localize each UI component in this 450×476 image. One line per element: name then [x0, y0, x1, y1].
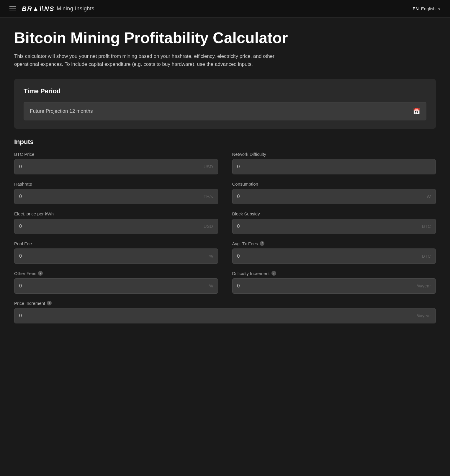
main-content: Bitcoin Mining Profitability Calculator …	[0, 18, 450, 351]
hamburger-menu-button[interactable]	[9, 6, 16, 11]
label-elect-price: Elect. price per kWh	[14, 211, 218, 216]
input-network-difficulty[interactable]	[237, 164, 431, 169]
input-wrapper-network-difficulty	[232, 159, 436, 174]
input-wrapper-btc-price: USD	[14, 159, 218, 174]
brand-logo-group: BR▲\\NS Mining Insights	[22, 5, 94, 13]
language-selector[interactable]: EN English ∨	[413, 6, 441, 11]
input-group-difficulty-increment: Difficulty Incrementi%/year	[232, 271, 436, 294]
label-btc-price: BTC Price	[14, 152, 218, 157]
unit-difficulty-increment: %/year	[417, 283, 431, 288]
unit-pool-fee: %	[209, 253, 213, 259]
page-title: Bitcoin Mining Profitability Calculator	[14, 30, 436, 46]
calendar-icon: 📅	[413, 108, 420, 115]
label-other-fees: Other Feesi	[14, 271, 218, 276]
input-group-price-increment: Price Incrementi%/year	[14, 301, 436, 323]
input-wrapper-other-fees: %	[14, 278, 218, 294]
navbar-left: BR▲\\NS Mining Insights	[9, 5, 94, 13]
language-text: English	[421, 6, 436, 11]
input-avg-tx-fees[interactable]	[237, 253, 420, 259]
input-wrapper-difficulty-increment: %/year	[232, 278, 436, 294]
input-btc-price[interactable]	[19, 164, 201, 169]
info-icon-other-fees[interactable]: i	[38, 271, 43, 276]
input-group-consumption: ConsumptionW	[232, 181, 436, 204]
input-block-subsidy[interactable]	[237, 224, 420, 229]
label-avg-tx-fees: Avg. Tx Feesi	[232, 241, 436, 246]
input-group-avg-tx-fees: Avg. Tx FeesiBTC	[232, 241, 436, 264]
unit-btc-price: USD	[204, 164, 213, 169]
time-period-section: Time Period Future Projection 12 months …	[14, 79, 436, 129]
input-group-btc-price: BTC PriceUSD	[14, 152, 218, 174]
label-difficulty-increment: Difficulty Incrementi	[232, 271, 436, 276]
input-wrapper-avg-tx-fees: BTC	[232, 248, 436, 264]
input-elect-price[interactable]	[19, 224, 201, 229]
unit-price-increment: %/year	[417, 313, 431, 318]
inputs-section: Inputs BTC PriceUSDNetwork DifficultyHas…	[14, 138, 436, 323]
input-pool-fee[interactable]	[19, 253, 207, 259]
input-hashrate[interactable]	[19, 194, 201, 199]
label-consumption: Consumption	[232, 181, 436, 187]
page-description: This calculator will show you your net p…	[14, 52, 297, 68]
unit-block-subsidy: BTC	[422, 224, 431, 229]
time-period-selector[interactable]: Future Projection 12 months 📅	[24, 102, 426, 120]
time-period-title: Time Period	[24, 87, 426, 95]
unit-other-fees: %	[209, 283, 213, 288]
unit-avg-tx-fees: BTC	[422, 253, 431, 259]
label-hashrate: Hashrate	[14, 181, 218, 187]
label-pool-fee: Pool Fee	[14, 241, 218, 246]
language-code: EN	[413, 6, 419, 11]
input-group-pool-fee: Pool Fee%	[14, 241, 218, 264]
input-wrapper-consumption: W	[232, 189, 436, 204]
unit-hashrate: TH/s	[204, 194, 213, 199]
input-wrapper-hashrate: TH/s	[14, 189, 218, 204]
info-icon-price-increment[interactable]: i	[47, 301, 52, 305]
label-network-difficulty: Network Difficulty	[232, 152, 436, 157]
brand-title: Mining Insights	[57, 6, 94, 12]
navbar: BR▲\\NS Mining Insights EN English ∨	[0, 0, 450, 18]
input-group-block-subsidy: Block SubsidyBTC	[232, 211, 436, 234]
info-icon-avg-tx-fees[interactable]: i	[260, 241, 264, 246]
label-price-increment: Price Incrementi	[14, 301, 436, 306]
input-group-network-difficulty: Network Difficulty	[232, 152, 436, 174]
chevron-down-icon: ∨	[438, 7, 441, 11]
brand-logo: BR▲\\NS	[22, 5, 54, 13]
input-wrapper-elect-price: USD	[14, 219, 218, 234]
info-icon-difficulty-increment[interactable]: i	[271, 271, 276, 276]
label-block-subsidy: Block Subsidy	[232, 211, 436, 216]
input-wrapper-block-subsidy: BTC	[232, 219, 436, 234]
inputs-title: Inputs	[14, 138, 436, 146]
input-group-other-fees: Other Feesi%	[14, 271, 218, 294]
input-group-hashrate: HashrateTH/s	[14, 181, 218, 204]
unit-consumption: W	[427, 194, 431, 199]
input-price-increment[interactable]	[19, 313, 415, 318]
input-other-fees[interactable]	[19, 283, 207, 289]
input-consumption[interactable]	[237, 194, 424, 199]
time-period-label: Future Projection 12 months	[30, 108, 93, 114]
input-wrapper-pool-fee: %	[14, 248, 218, 264]
inputs-grid: BTC PriceUSDNetwork DifficultyHashrateTH…	[14, 152, 436, 301]
unit-elect-price: USD	[204, 224, 213, 229]
input-wrapper-price-increment: %/year	[14, 308, 436, 323]
input-difficulty-increment[interactable]	[237, 283, 415, 289]
input-group-elect-price: Elect. price per kWhUSD	[14, 211, 218, 234]
